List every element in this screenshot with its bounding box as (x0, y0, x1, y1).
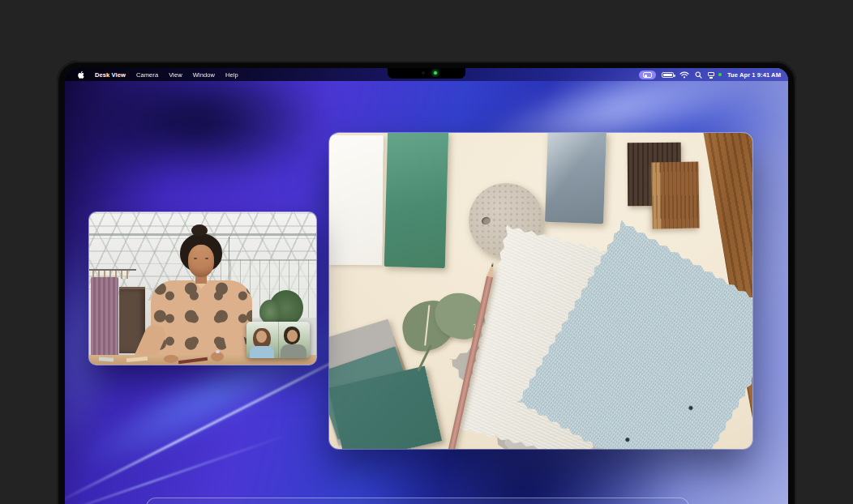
menu-bar-left: Desk View Camera View Window Help (65, 70, 238, 79)
facetime-call-window[interactable] (89, 212, 316, 365)
menu-bar-status: Tue Apr 1 9:41 AM (639, 70, 788, 79)
pencil-tip (487, 262, 496, 277)
felt-disc-hole (481, 216, 491, 225)
white-paper (329, 135, 384, 266)
apple-logo-icon[interactable] (77, 70, 84, 79)
swatch-grommet (625, 437, 631, 442)
presenter-hand (164, 355, 178, 363)
menu-window[interactable]: Window (193, 71, 215, 79)
macbook-frame: Desk View Camera View Window Help (57, 61, 796, 504)
camera-active-indicator (434, 71, 437, 75)
search-icon[interactable] (695, 71, 702, 79)
active-app-menu[interactable]: Desk View (95, 71, 126, 79)
camera-lens (422, 71, 425, 75)
participant-woman-shirt (250, 346, 274, 358)
participant-man-shirt (281, 344, 306, 358)
participant-man-face (287, 330, 298, 342)
screen-share-pill-icon[interactable] (639, 70, 656, 79)
participant-woman-face (256, 331, 267, 343)
menu-view[interactable]: View (169, 71, 182, 79)
menu-help[interactable]: Help (225, 71, 238, 79)
presenter-face (188, 245, 214, 277)
wifi-icon[interactable] (679, 71, 689, 79)
desk-view-screen-icon (643, 72, 652, 78)
marketing-canvas: Desk View Camera View Window Help (0, 0, 853, 504)
menu-camera[interactable]: Camera (136, 71, 158, 79)
presenter-hair-bun (191, 224, 208, 237)
hanging-garment (91, 277, 118, 361)
macbook-screen: Desk View Camera View Window Help (65, 68, 788, 504)
battery-full-icon[interactable] (662, 72, 674, 78)
presenter-ring (216, 350, 220, 353)
partial-window-top-edge[interactable] (146, 498, 689, 504)
status-green-dot (718, 73, 722, 76)
walnut-wood-sample (651, 162, 699, 229)
plant (259, 300, 281, 324)
desk-view-window[interactable] (329, 133, 752, 449)
pip-divider (278, 322, 279, 358)
green-ceramic-tile (384, 133, 448, 268)
blue-gray-tile (545, 133, 607, 224)
swatch-grommet (688, 405, 694, 411)
camera-notch (388, 68, 465, 79)
menu-bar-clock[interactable]: Tue Apr 1 9:41 AM (727, 71, 781, 79)
participants-pip[interactable] (246, 322, 310, 358)
display-user-icon[interactable] (708, 71, 715, 79)
